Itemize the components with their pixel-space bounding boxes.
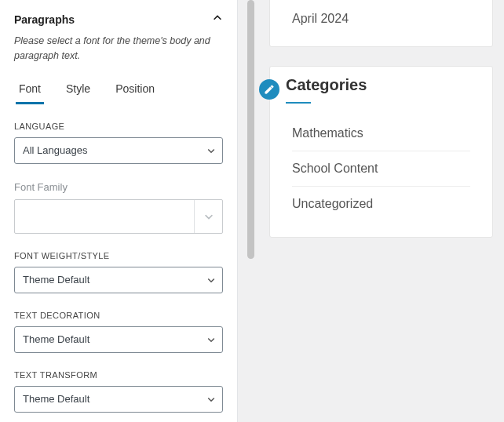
archive-link-april-2024[interactable]: April 2024 <box>270 0 492 27</box>
category-link-mathematics[interactable]: Mathematics <box>292 116 470 151</box>
field-language: LANGUAGE All Languages <box>14 122 223 164</box>
label-language: LANGUAGE <box>14 122 223 131</box>
select-font-weight-value: Theme Default <box>23 274 206 286</box>
field-font-weight: FONT WEIGHT/STYLE Theme Default <box>14 251 223 293</box>
category-link-school-content[interactable]: School Content <box>292 151 470 187</box>
categories-widget: Categories Mathematics School Content Un… <box>269 66 493 238</box>
typography-tabs: Font Style Position <box>14 75 223 104</box>
tab-position[interactable]: Position <box>115 79 155 104</box>
select-language-value: All Languages <box>23 144 206 156</box>
archive-widget: April 2024 <box>269 0 493 47</box>
customizer-panel: Paragraphs Please select a font for the … <box>0 0 238 422</box>
select-font-family[interactable] <box>14 199 223 234</box>
section-title: Paragraphs <box>14 13 75 26</box>
tab-font[interactable]: Font <box>19 79 41 104</box>
section-header-paragraphs[interactable]: Paragraphs <box>0 0 237 34</box>
scrollbar-track[interactable] <box>246 0 257 422</box>
field-text-transform: TEXT TRANSFORM Theme Default <box>14 370 223 413</box>
label-text-transform: TEXT TRANSFORM <box>14 370 223 380</box>
preview-area: April 2024 Categories Mathematics School… <box>269 0 493 256</box>
tab-style[interactable]: Style <box>66 79 90 104</box>
chevron-up-icon <box>212 13 223 26</box>
label-text-decoration: TEXT DECORATION <box>14 311 223 320</box>
scrollbar-thumb[interactable] <box>247 0 254 259</box>
select-text-decoration-value: Theme Default <box>23 333 206 345</box>
select-text-transform[interactable]: Theme Default <box>14 386 223 413</box>
edit-icon[interactable] <box>259 79 279 100</box>
section-body: Please select a font for the theme's bod… <box>0 34 237 422</box>
field-font-family: Font Family <box>14 181 223 234</box>
chevron-down-icon <box>206 146 216 155</box>
field-text-decoration: TEXT DECORATION Theme Default <box>14 311 223 353</box>
chevron-down-icon <box>194 200 222 233</box>
chevron-down-icon <box>206 335 216 344</box>
chevron-down-icon <box>206 395 216 404</box>
select-language[interactable]: All Languages <box>14 137 223 164</box>
category-link-uncategorized[interactable]: Uncategorized <box>292 187 470 221</box>
select-font-weight[interactable]: Theme Default <box>14 267 223 293</box>
categories-list: Mathematics School Content Uncategorized <box>270 102 492 227</box>
label-font-weight: FONT WEIGHT/STYLE <box>14 251 223 260</box>
section-description: Please select a font for the theme's bod… <box>14 34 223 64</box>
label-font-family: Font Family <box>14 181 223 193</box>
chevron-down-icon <box>206 275 216 285</box>
select-font-family-value <box>15 200 194 233</box>
categories-title: Categories <box>286 76 367 102</box>
select-text-transform-value: Theme Default <box>23 393 206 405</box>
select-text-decoration[interactable]: Theme Default <box>14 326 223 353</box>
